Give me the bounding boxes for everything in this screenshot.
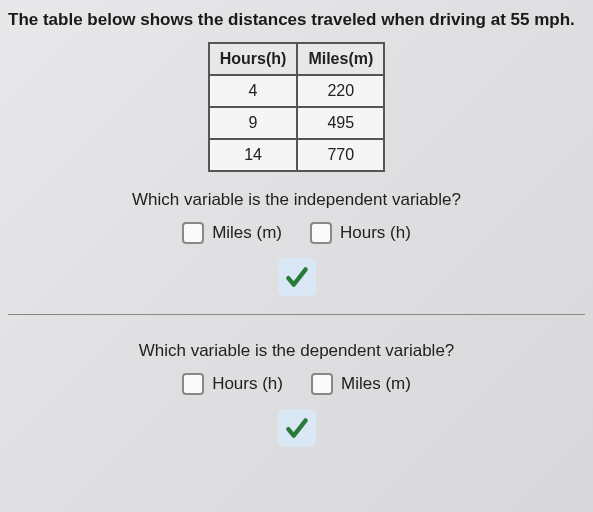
option-label-miles: Miles (m) [212,223,282,243]
table-row: 14 770 [209,139,385,171]
cell-hours: 4 [209,75,298,107]
question-1-text: Which variable is the independent variab… [8,190,585,210]
table-header-miles: Miles(m) [297,43,384,75]
option-hours: Hours (h) [182,373,283,395]
check-correct-icon [278,258,316,296]
cell-miles: 770 [297,139,384,171]
option-hours: Hours (h) [310,222,411,244]
option-miles: Miles (m) [182,222,282,244]
option-label-hours: Hours (h) [340,223,411,243]
option-label-hours: Hours (h) [212,374,283,394]
checkbox-miles[interactable] [311,373,333,395]
question-2-text: Which variable is the dependent variable… [8,341,585,361]
table-row: 4 220 [209,75,385,107]
section-divider [8,314,585,315]
cell-hours: 9 [209,107,298,139]
check-correct-icon [278,409,316,447]
checkbox-hours[interactable] [182,373,204,395]
table-header-hours: Hours(h) [209,43,298,75]
cell-hours: 14 [209,139,298,171]
data-table: Hours(h) Miles(m) 4 220 9 495 14 770 [208,42,386,172]
checkbox-miles[interactable] [182,222,204,244]
option-label-miles: Miles (m) [341,374,411,394]
option-miles: Miles (m) [311,373,411,395]
cell-miles: 220 [297,75,384,107]
question-2-feedback [8,409,585,447]
checkbox-hours[interactable] [310,222,332,244]
cell-miles: 495 [297,107,384,139]
question-2-options: Hours (h) Miles (m) [8,373,585,395]
table-row: 9 495 [209,107,385,139]
problem-intro: The table below shows the distances trav… [8,10,585,30]
question-1-options: Miles (m) Hours (h) [8,222,585,244]
question-1-feedback [8,258,585,296]
